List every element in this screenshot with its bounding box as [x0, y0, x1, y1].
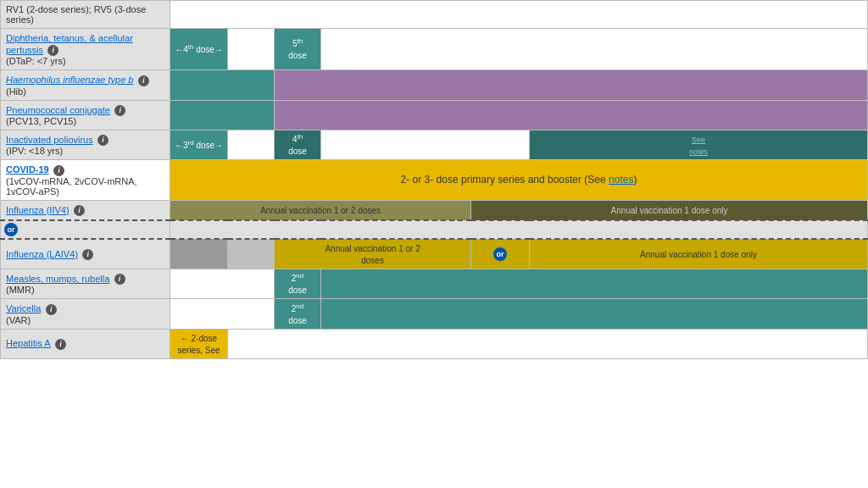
mmr-sub: (MMR) — [6, 285, 164, 295]
covid-sub: (1vCOV-mRNA, 2vCOV-mRNA, 1vCOV-aPS) — [6, 176, 164, 197]
vaccine-row-ipv: Inactivated poliovirus i (IPV: <18 yrs) … — [1, 130, 868, 159]
varicella-teal-rest — [321, 299, 868, 329]
mmr-info-icon[interactable]: i — [114, 274, 125, 285]
vaccine-name-mmr: Measles, mumps, rubella i (MMR) — [1, 269, 170, 298]
pcv-info-icon[interactable]: i — [114, 105, 125, 116]
vaccine-row-mmr: Measles, mumps, rubella i (MMR) 2nddose — [1, 269, 868, 298]
dtap-col2 — [228, 29, 275, 70]
covid-link[interactable]: COVID-19 — [6, 164, 49, 175]
ipv-sub: (IPV: <18 yrs) — [6, 146, 164, 156]
iiv4-annual-12: Annual vaccination 1 or 2 doses — [170, 200, 471, 220]
dtap-sub: (DTaP: <7 yrs) — [6, 56, 164, 66]
hib-teal — [170, 70, 275, 100]
or-badge: or — [4, 223, 18, 236]
laiv4-col1 — [170, 239, 228, 269]
or-divider-row: or — [1, 220, 868, 239]
dtap-remaining — [321, 29, 868, 70]
vaccine-row-iiv4: Influenza (IIV4) i Annual vaccination 1 … — [1, 200, 868, 220]
vaccine-name-laiv4: Influenza (LAIV4) i — [1, 239, 170, 269]
ipv-col2 — [228, 130, 275, 159]
iiv4-info-icon[interactable]: i — [74, 205, 85, 216]
hepa-col1: ← 2-dose series, See — [170, 329, 228, 358]
laiv4-annual-12: Annual vaccination 1 or 2doses — [275, 239, 471, 269]
dtap-col1: ←4th dose→ — [170, 29, 228, 70]
covid-info-icon[interactable]: i — [53, 165, 64, 176]
hib-sub: (Hib) — [6, 86, 164, 97]
vaccine-row-hepa: Hepatitis A i ← 2-dose series, See — [1, 329, 868, 358]
mmr-teal-rest — [321, 269, 868, 298]
laiv4-col2 — [228, 239, 275, 269]
covid-notes-link[interactable]: notes — [609, 174, 633, 186]
iiv4-annual-1: Annual vaccination 1 dose only — [471, 200, 868, 220]
laiv4-or-cell: or — [471, 239, 530, 269]
laiv4-or-badge: or — [493, 247, 507, 261]
hib-link[interactable]: Haemophilus influenzae type b — [6, 75, 133, 85]
vaccine-name-rv: RV1 (2-dose series); RV5 (3-dose series) — [1, 1, 170, 29]
varicella-sub: (VAR) — [6, 315, 164, 325]
mmr-2nd-dose: 2nddose — [275, 269, 321, 298]
vaccine-name-covid: COVID-19 i (1vCOV-mRNA, 2vCOV-mRNA, 1vCO… — [1, 160, 170, 200]
pcv-link[interactable]: Pneumococcal conjugate — [6, 105, 110, 115]
or-label-cell: or — [1, 220, 170, 239]
ipv-see-notes: Seenotes — [529, 130, 867, 159]
hib-purple — [275, 70, 868, 100]
vaccine-row-hib: Haemophilus influenzae type b i (Hib) — [1, 70, 868, 100]
vaccine-row-pcv: Pneumococcal conjugate i (PCV13, PCV15) — [1, 100, 868, 130]
ipv-col3: 4thdose — [275, 130, 321, 159]
vaccine-name-hib: Haemophilus influenzae type b i (Hib) — [1, 70, 170, 100]
vaccine-row-covid: COVID-19 i (1vCOV-mRNA, 2vCOV-mRNA, 1vCO… — [1, 160, 868, 200]
iiv4-link[interactable]: Influenza (IIV4) — [6, 205, 70, 215]
vaccine-row-dtap: Diphtheria, tetanus, & acellular pertuss… — [1, 29, 868, 70]
pcv-purple — [275, 100, 868, 130]
dtap-link[interactable]: Diphtheria, tetanus, & acellular pertuss… — [6, 33, 133, 55]
mmr-white — [170, 269, 275, 298]
or-spacer — [170, 220, 868, 239]
pcv-teal — [170, 100, 275, 130]
vaccine-name-pcv: Pneumococcal conjugate i (PCV13, PCV15) — [1, 100, 170, 130]
varicella-link[interactable]: Varicella — [6, 303, 41, 313]
vaccine-row-laiv4: Influenza (LAIV4) i Annual vaccination 1… — [1, 239, 868, 269]
laiv4-annual-1: Annual vaccination 1 dose only — [529, 239, 867, 269]
ipv-link[interactable]: Inactivated poliovirus — [6, 135, 93, 145]
hepa-rest — [228, 329, 868, 358]
varicella-white — [170, 299, 275, 329]
vaccine-row-varicella: Varicella i (VAR) 2nddose — [1, 299, 868, 329]
varicella-info-icon[interactable]: i — [46, 304, 57, 315]
hib-info-icon[interactable]: i — [138, 75, 149, 86]
vaccine-row-rv: RV1 (2-dose series); RV5 (3-dose series) — [1, 1, 868, 29]
vaccine-name-dtap: Diphtheria, tetanus, & acellular pertuss… — [1, 29, 170, 70]
vaccine-name-hepa: Hepatitis A i — [1, 329, 170, 358]
mmr-link[interactable]: Measles, mumps, rubella — [6, 274, 109, 284]
dtap-col3: 5thdose — [275, 29, 321, 70]
ipv-col1: ←3rd dose→ — [170, 130, 228, 159]
hepa-link[interactable]: Hepatitis A — [6, 338, 51, 348]
ipv-middle — [321, 130, 530, 159]
covid-series: 2- or 3- dose primary series and booster… — [170, 160, 868, 200]
vaccine-name-varicella: Varicella i (VAR) — [1, 299, 170, 329]
dtap-info-icon[interactable]: i — [47, 45, 58, 56]
hepa-info-icon[interactable]: i — [55, 339, 66, 350]
vaccine-name-ipv: Inactivated poliovirus i (IPV: <18 yrs) — [1, 130, 170, 159]
laiv4-link[interactable]: Influenza (LAIV4) — [6, 249, 78, 259]
varicella-2nd-dose: 2nddose — [275, 299, 321, 329]
pcv-sub: (PCV13, PCV15) — [6, 116, 164, 126]
laiv4-info-icon[interactable]: i — [82, 249, 93, 260]
ipv-info-icon[interactable]: i — [97, 135, 108, 146]
vaccine-name-iiv4: Influenza (IIV4) i — [1, 200, 170, 220]
